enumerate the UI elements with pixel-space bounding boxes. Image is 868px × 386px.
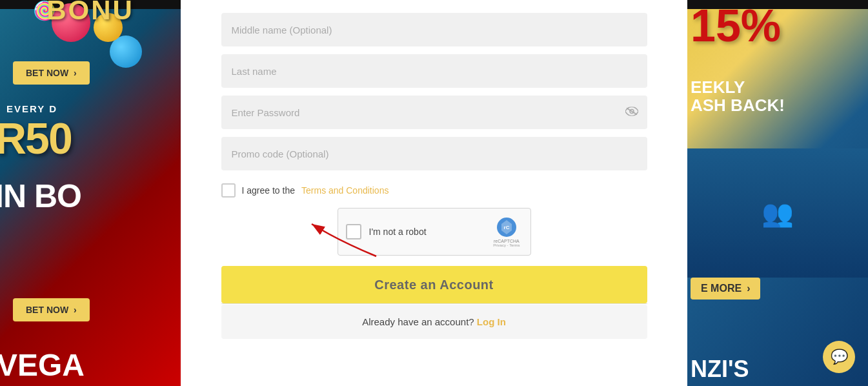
terms-prefix-text: I agree to the	[242, 185, 296, 196]
password-wrapper	[221, 96, 647, 129]
people-area: 👥	[687, 148, 868, 278]
recaptcha-brand: reCAPTCHA	[494, 239, 520, 243]
bet-now-label-2: BET NOW	[26, 305, 68, 315]
more-button[interactable]: E MORE ›	[691, 278, 760, 300]
bet-now-label: BET NOW	[26, 68, 68, 78]
arrow-right-icon-3: ›	[747, 283, 750, 294]
cash-back-text: ASH BACK!	[691, 96, 785, 116]
already-text: Already have an account?	[362, 316, 474, 327]
password-input[interactable]	[221, 96, 647, 129]
nzi-text: NZI'S	[691, 356, 749, 383]
promo-code-input[interactable]	[221, 137, 647, 170]
red-arrow-annotation	[273, 221, 402, 259]
weekly-text: EEKLY	[691, 77, 745, 97]
arrow-right-icon: ›	[74, 68, 77, 78]
more-label: E MORE	[701, 283, 742, 294]
last-name-input[interactable]	[221, 54, 647, 88]
bet-now-button-left[interactable]: BET NOW ›	[13, 61, 90, 85]
people-icon: 👥	[762, 198, 794, 229]
vega-text: VEGA	[0, 347, 85, 383]
bet-now-button-left-2[interactable]: BET NOW ›	[13, 298, 90, 321]
login-link[interactable]: Log In	[477, 316, 506, 327]
percent-text: 15%	[691, 3, 781, 48]
create-account-button[interactable]: Create an Account	[221, 266, 647, 303]
in-bo-text: IN BO	[0, 178, 81, 215]
already-account-bar: Already have an account? Log In	[221, 305, 647, 339]
registration-modal: I agree to the Terms and Conditions I'm …	[181, 0, 687, 386]
svg-text:rC: rC	[503, 225, 509, 230]
terms-checkbox[interactable]	[221, 183, 236, 198]
bonus-text: BONU	[0, 0, 181, 26]
recaptcha-logo: rC reCAPTCHA Privacy - Terms	[493, 217, 520, 247]
divider	[221, 303, 647, 304]
r50-text: R50	[0, 113, 72, 163]
chat-button[interactable]: 💬	[823, 341, 855, 373]
right-background: 15% EEKLY ASH BACK! 👥 E MORE › NZI'S	[687, 0, 868, 386]
recaptcha-logo-icon: rC	[496, 217, 517, 238]
left-background: 🍭 BONU BET NOW › EVERY D R50 IN BO BET N…	[0, 0, 181, 386]
middle-name-input[interactable]	[221, 13, 647, 46]
terms-link[interactable]: Terms and Conditions	[301, 185, 389, 196]
eye-icon[interactable]	[625, 106, 638, 119]
arrow-right-icon-2: ›	[74, 305, 77, 315]
terms-checkbox-row: I agree to the Terms and Conditions	[221, 183, 647, 198]
chat-icon: 💬	[831, 349, 848, 365]
recaptcha-privacy: Privacy - Terms	[493, 243, 520, 247]
form-container: I agree to the Terms and Conditions I'm …	[221, 13, 647, 339]
